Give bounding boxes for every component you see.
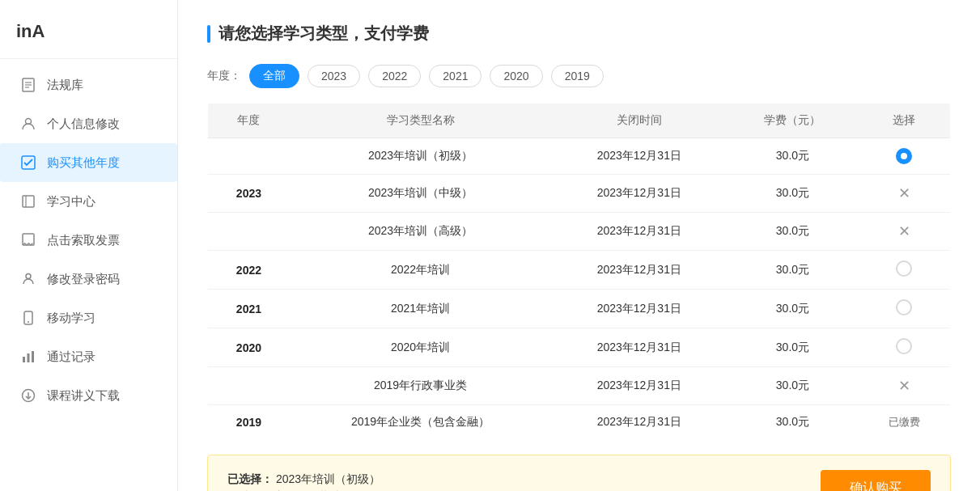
col-header-fee: 学费（元） xyxy=(727,104,858,138)
year-filter-2022[interactable]: 2022 xyxy=(368,65,421,87)
table-row: 20212021年培训2023年12月31日30.0元 xyxy=(208,290,951,328)
sidebar-item-label: 移动学习 xyxy=(47,311,95,326)
sidebar-item-mobile[interactable]: 移动学习 xyxy=(0,298,177,337)
cell-fee: 30.0元 xyxy=(727,138,858,175)
svg-rect-12 xyxy=(23,357,25,362)
sidebar-item-password[interactable]: 修改登录密码 xyxy=(0,260,177,298)
col-header-name: 学习类型名称 xyxy=(290,104,551,138)
paid-label: 已缴费 xyxy=(889,416,920,428)
cell-year: 2023 xyxy=(208,175,290,213)
cell-year: 2020 xyxy=(208,328,290,367)
chart-icon xyxy=(19,348,37,366)
table-row: 20222022年培训2023年12月31日30.0元 xyxy=(208,251,951,290)
svg-rect-14 xyxy=(32,351,34,362)
cell-fee: 30.0元 xyxy=(727,405,858,440)
mobile-icon xyxy=(19,309,37,327)
year-filter-2021[interactable]: 2021 xyxy=(429,65,482,87)
col-header-close-date: 关闭时间 xyxy=(551,104,727,138)
sidebar-item-label: 个人信息修改 xyxy=(47,116,120,132)
cell-name: 2019年行政事业类 xyxy=(290,367,551,405)
sidebar-item-label: 修改登录密码 xyxy=(47,272,120,287)
confirm-buy-button[interactable]: 确认购买 xyxy=(821,470,931,491)
person-lock-icon xyxy=(19,270,37,288)
person-icon xyxy=(19,115,37,133)
svg-point-9 xyxy=(26,274,31,279)
cell-close-date: 2023年12月31日 xyxy=(551,175,727,213)
cell-name: 2023年培训（高级） xyxy=(290,213,551,251)
svg-point-11 xyxy=(28,321,29,323)
sidebar-item-label: 学习中心 xyxy=(47,194,95,210)
cell-select[interactable]: 已缴费 xyxy=(859,405,951,440)
selected-info: 已选择： 2023年培训（初级） 累计一年度课程，共计30元。 xyxy=(227,472,380,492)
x-icon: ✕ xyxy=(898,223,910,239)
cell-name: 2022年培训 xyxy=(290,251,551,290)
document-icon xyxy=(19,76,37,94)
cell-name: 2023年培训（中级） xyxy=(290,175,551,213)
col-header-select: 选择 xyxy=(859,104,951,138)
x-icon: ✕ xyxy=(898,378,910,394)
cell-select[interactable] xyxy=(859,251,951,290)
cell-fee: 30.0元 xyxy=(727,213,858,251)
year-filter: 年度： 全部 2023 2022 2021 2020 2019 xyxy=(207,64,951,88)
year-filter-2020[interactable]: 2020 xyxy=(490,65,542,87)
selected-label-row: 已选择： 2023年培训（初级） xyxy=(227,472,380,487)
selected-label: 已选择： xyxy=(227,472,273,485)
table-row: 2019年行政事业类2023年12月31日30.0元✕ xyxy=(208,367,951,405)
col-header-year: 年度 xyxy=(208,104,290,138)
year-filter-all[interactable]: 全部 xyxy=(249,64,299,88)
cell-select[interactable] xyxy=(859,328,951,367)
cell-close-date: 2023年12月31日 xyxy=(551,251,727,290)
sidebar-item-download[interactable]: 课程讲义下载 xyxy=(0,376,177,415)
cell-select[interactable]: ✕ xyxy=(859,367,951,405)
cell-year: 2019 xyxy=(208,405,290,440)
cell-fee: 30.0元 xyxy=(727,328,858,367)
cell-select[interactable] xyxy=(859,138,951,175)
page-title: 请您选择学习类型，支付学费 xyxy=(207,23,951,44)
sidebar-item-label: 购买其他年度 xyxy=(47,155,120,171)
radio-empty-icon[interactable] xyxy=(896,338,912,354)
sidebar-logo: inA xyxy=(0,8,177,59)
cell-year xyxy=(208,213,290,251)
table-row: 2023年培训（高级）2023年12月31日30.0元✕ xyxy=(208,213,951,251)
cell-name: 2019年企业类（包含金融） xyxy=(290,405,551,440)
radio-filled-icon[interactable] xyxy=(896,148,912,164)
table-row: 2023年培训（初级）2023年12月31日30.0元 xyxy=(208,138,951,175)
bottom-bar: 已选择： 2023年培训（初级） 累计一年度课程，共计30元。 确认购买 xyxy=(207,455,951,491)
radio-empty-icon[interactable] xyxy=(896,260,912,277)
svg-rect-6 xyxy=(23,196,34,207)
sidebar-item-laws[interactable]: 法规库 xyxy=(0,66,177,104)
sidebar-item-study-center[interactable]: 学习中心 xyxy=(0,182,177,221)
cell-select[interactable]: ✕ xyxy=(859,213,951,251)
sidebar-item-label: 通过记录 xyxy=(47,349,95,365)
cell-select[interactable] xyxy=(859,290,951,328)
cell-select[interactable]: ✕ xyxy=(859,175,951,213)
checkbox-icon xyxy=(19,154,37,171)
sidebar-item-label: 法规库 xyxy=(47,78,83,93)
sidebar-item-purchase[interactable]: 购买其他年度 xyxy=(0,143,177,182)
cell-close-date: 2023年12月31日 xyxy=(551,213,727,251)
cell-close-date: 2023年12月31日 xyxy=(551,328,727,367)
year-filter-label: 年度： xyxy=(207,69,241,83)
sidebar-item-records[interactable]: 通过记录 xyxy=(0,337,177,376)
cell-year xyxy=(208,367,290,405)
cell-close-date: 2023年12月31日 xyxy=(551,138,727,175)
download-icon xyxy=(19,387,37,404)
cell-name: 2023年培训（初级） xyxy=(290,138,551,175)
receipt-icon xyxy=(19,231,37,249)
book-icon xyxy=(19,193,37,210)
year-filter-2023[interactable]: 2023 xyxy=(308,65,360,87)
table-row: 20202020年培训2023年12月31日30.0元 xyxy=(208,328,951,367)
x-icon: ✕ xyxy=(898,185,910,201)
sidebar-item-invoice[interactable]: 点击索取发票 xyxy=(0,221,177,260)
year-filter-2019[interactable]: 2019 xyxy=(551,65,604,87)
sidebar-item-profile[interactable]: 个人信息修改 xyxy=(0,104,177,143)
sidebar-item-label: 课程讲义下载 xyxy=(47,388,120,404)
cell-year: 2022 xyxy=(208,251,290,290)
cell-name: 2020年培训 xyxy=(290,328,551,367)
sidebar: inA 法规库 个人信息修改 购买其他年度 xyxy=(0,0,178,491)
cell-fee: 30.0元 xyxy=(727,367,858,405)
radio-empty-icon[interactable] xyxy=(896,299,912,315)
cell-close-date: 2023年12月31日 xyxy=(551,367,727,405)
training-table: 年度 学习类型名称 关闭时间 学费（元） 选择 2023年培训（初级）2023年… xyxy=(207,103,951,440)
cell-fee: 30.0元 xyxy=(727,251,858,290)
